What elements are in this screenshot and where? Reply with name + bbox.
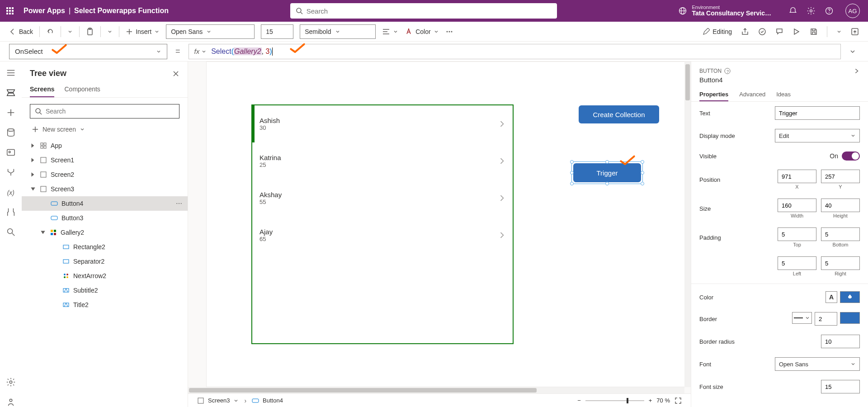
new-screen-button[interactable]: New screen (22, 123, 188, 138)
flows-icon[interactable] (6, 167, 16, 177)
font-family-dropdown[interactable]: Open Sans (166, 24, 255, 39)
text-input[interactable] (775, 106, 860, 120)
notifications-icon[interactable] (788, 6, 797, 15)
tree-node-title2[interactable]: Title2 (22, 298, 188, 312)
overflow-icon[interactable] (445, 28, 453, 36)
chevron-right-icon[interactable] (499, 232, 505, 238)
tree-node-screen2[interactable]: Screen2 (22, 167, 188, 182)
tree-node-button3[interactable]: Button3 (22, 211, 188, 225)
paste-icon[interactable] (86, 28, 94, 36)
hamburger-icon[interactable] (6, 68, 16, 78)
help-icon[interactable] (825, 6, 834, 15)
trigger-button[interactable]: Trigger (573, 163, 641, 182)
font-size-prop-input[interactable] (821, 380, 860, 393)
publish-icon[interactable] (851, 28, 859, 36)
border-width-input[interactable] (815, 312, 837, 326)
more-icon[interactable]: ⋯ (176, 200, 188, 207)
back-button[interactable]: Back (9, 28, 33, 35)
breadcrumb-control[interactable]: Button4 (252, 397, 283, 404)
gallery-item[interactable]: Ajay65 (252, 217, 513, 254)
gallery-item[interactable]: Akshay55 (252, 180, 513, 217)
global-search[interactable] (290, 3, 557, 19)
tools-icon[interactable] (6, 207, 16, 217)
insert-icon[interactable] (6, 108, 16, 118)
tree-node-button4[interactable]: Button4⋯ (22, 196, 188, 211)
chevron-right-icon[interactable] (499, 121, 505, 127)
tab-ideas[interactable]: Ideas (776, 88, 791, 101)
tree-node-app[interactable]: App (22, 138, 188, 153)
pad-left-input[interactable] (778, 256, 816, 270)
pad-top-input[interactable] (778, 227, 816, 241)
chevron-right-icon[interactable] (499, 158, 505, 164)
app-launcher-icon[interactable] (5, 5, 15, 16)
editing-mode[interactable]: Editing (703, 28, 732, 35)
border-style-dropdown[interactable] (792, 312, 812, 324)
border-color-swatch[interactable] (840, 312, 860, 324)
preview-icon[interactable] (793, 28, 801, 36)
comments-icon[interactable] (775, 28, 783, 36)
font-color-swatch[interactable]: A (826, 291, 837, 303)
close-icon[interactable] (172, 70, 179, 77)
undo-dropdown[interactable] (67, 29, 73, 34)
pad-bottom-input[interactable] (821, 227, 860, 241)
environment-picker[interactable]: Environment Tata Consultancy Servic… (678, 5, 771, 17)
tab-advanced[interactable]: Advanced (739, 88, 765, 101)
search-rail-icon[interactable] (6, 227, 16, 237)
gallery-control[interactable]: Ashish30 Katrina25 Akshay55 Ajay65 (251, 104, 514, 344)
tree-node-screen1[interactable]: Screen1 (22, 153, 188, 167)
tree-node-screen3[interactable]: Screen3 (22, 182, 188, 196)
font-dropdown[interactable]: Open Sans (775, 357, 860, 371)
save-dropdown[interactable] (836, 29, 842, 34)
font-weight-dropdown[interactable]: Semibold (300, 24, 376, 39)
settings-icon[interactable] (807, 6, 816, 15)
tab-properties[interactable]: Properties (699, 88, 728, 101)
share-icon[interactable] (741, 28, 749, 36)
tree-node-gallery2[interactable]: Gallery2 (22, 225, 188, 240)
scrollbar-horizontal[interactable] (188, 387, 684, 393)
tree-search-input[interactable] (46, 108, 175, 115)
undo-icon[interactable] (46, 28, 54, 36)
color-dropdown[interactable]: Color (405, 28, 439, 36)
pos-y-input[interactable] (821, 170, 860, 183)
tab-screens[interactable]: Screens (30, 82, 54, 97)
display-mode-dropdown[interactable]: Edit (775, 129, 860, 142)
font-size-input[interactable]: 15 (261, 24, 293, 39)
visible-toggle[interactable] (842, 151, 860, 161)
tree-node-rectangle2[interactable]: Rectangle2 (22, 240, 188, 254)
tree-node-subtitle2[interactable]: Subtitle2 (22, 283, 188, 298)
chevron-right-icon[interactable] (499, 195, 505, 201)
border-radius-input[interactable] (821, 335, 860, 348)
pad-right-input[interactable] (821, 256, 860, 270)
fx-icon[interactable]: fx (194, 47, 207, 55)
pos-x-input[interactable] (778, 170, 816, 183)
canvas[interactable]: Ashish30 Katrina25 Akshay55 Ajay65 Creat… (188, 62, 691, 407)
gallery-item[interactable]: Ashish30 (252, 105, 513, 142)
variables-icon[interactable]: (x) (6, 187, 16, 197)
zoom-in[interactable]: + (649, 397, 652, 404)
data-icon[interactable] (6, 128, 16, 137)
align-dropdown[interactable] (382, 28, 398, 36)
width-input[interactable] (778, 199, 816, 212)
tab-components[interactable]: Components (64, 82, 100, 97)
tree-search[interactable] (30, 104, 179, 118)
scrollbar-vertical[interactable] (684, 62, 691, 387)
checker-icon[interactable] (758, 28, 766, 36)
chevron-right-icon[interactable] (854, 68, 860, 74)
tree-node-nextarrow2[interactable]: NextArrow2 (22, 269, 188, 283)
formula-expand[interactable] (846, 45, 859, 58)
tree-node-separator2[interactable]: Separator2 (22, 254, 188, 269)
paste-dropdown[interactable] (107, 29, 113, 34)
info-icon[interactable]: ? (724, 68, 731, 74)
height-input[interactable] (821, 199, 860, 212)
save-icon[interactable] (810, 28, 818, 36)
user-avatar[interactable]: AG (845, 4, 860, 18)
breadcrumb-screen[interactable]: Screen3 (197, 397, 239, 404)
fit-screen-icon[interactable] (675, 397, 682, 404)
create-collection-button[interactable]: Create Collection (579, 105, 659, 123)
gallery-item[interactable]: Katrina25 (252, 142, 513, 180)
formula-input[interactable]: fx Select(Gallery2, 3) (189, 44, 841, 59)
zoom-out[interactable]: − (577, 397, 581, 404)
media-icon[interactable] (6, 147, 16, 157)
search-input[interactable] (307, 7, 552, 15)
insert-button[interactable]: Insert (126, 28, 160, 35)
